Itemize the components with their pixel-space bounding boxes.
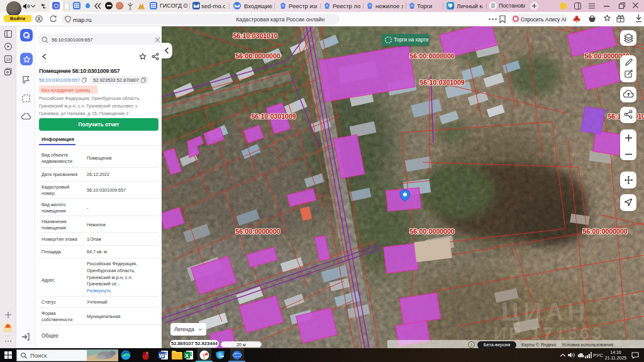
- svg-text:56:00:0000000: 56:00:0000000: [235, 228, 280, 235]
- svg-text:56:10:0301010: 56:10:0301010: [233, 32, 277, 40]
- svg-text:56:10:0301009: 56:10:0301009: [251, 112, 296, 120]
- svg-text:X: X: [185, 353, 189, 359]
- svg-text:Yandex: Yandex: [340, 115, 353, 119]
- svg-text:ЦИАН: ЦИАН: [501, 298, 589, 326]
- svg-text:56:00:0000000: 56:00:0000000: [582, 228, 627, 235]
- svg-text:56:00:0000000: 56:00:0000000: [409, 228, 454, 235]
- svg-text:56:00:0000000: 56:00:0000000: [235, 52, 280, 60]
- svg-text:19: 19: [6, 57, 11, 62]
- svg-text:W: W: [159, 353, 165, 359]
- svg-text:56:00:0000000: 56:00:0000000: [409, 52, 454, 60]
- svg-text:56:10:0301009: 56:10:0301009: [419, 79, 464, 86]
